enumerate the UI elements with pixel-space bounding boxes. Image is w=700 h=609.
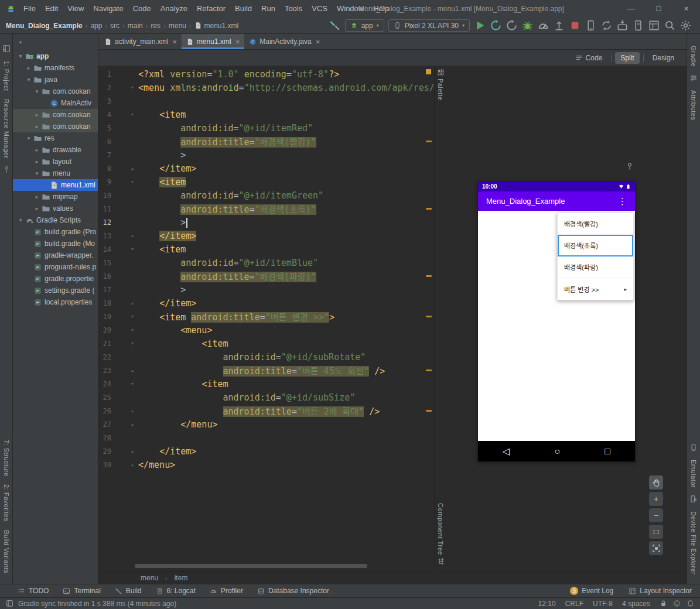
chevron-right-icon[interactable]: ▸ xyxy=(33,112,41,118)
toolwindow-button-event-log[interactable]: 3Event Log xyxy=(570,587,613,595)
menu-code[interactable]: Code xyxy=(128,0,156,18)
fold-marker-icon[interactable]: ▴ xyxy=(127,449,138,454)
horizontal-scrollbar[interactable] xyxy=(135,564,404,568)
sync-project-icon[interactable] xyxy=(600,19,613,32)
view-mode-design[interactable]: Design xyxy=(647,52,679,64)
search-result-marker[interactable] xyxy=(426,141,432,142)
code-line[interactable]: 18▴ </item> xyxy=(98,296,434,310)
code-line[interactable]: 5 android:id="@+id/itemRed" xyxy=(98,121,434,135)
toolwindow-7-structure[interactable]: 7: Structure xyxy=(3,440,10,477)
breadcrumb-main[interactable]: main xyxy=(128,22,143,30)
fold-marker-icon[interactable]: ▴ xyxy=(127,462,138,467)
tree-item-mainactiv[interactable]: CMainActiv xyxy=(13,97,98,109)
toolwindow-button-layout-inspector[interactable]: Layout Inspector xyxy=(629,587,692,595)
stop-icon[interactable] xyxy=(569,19,581,32)
code-line[interactable]: 13▴ </item> xyxy=(98,229,434,242)
code-line[interactable]: 30▴</menu> xyxy=(98,458,434,471)
scrollbar-thumb[interactable] xyxy=(135,564,367,568)
menu-view[interactable]: View xyxy=(63,0,88,18)
menu-tools[interactable]: Tools xyxy=(280,0,307,18)
build-hammer-icon[interactable] xyxy=(329,19,341,32)
code-line[interactable]: 8▴ </item> xyxy=(98,162,434,175)
toolwindow-1-project[interactable]: 1: Project xyxy=(3,61,10,91)
chevron-right-icon[interactable]: ▸ xyxy=(33,159,41,165)
tree-item-mipmap[interactable]: ▸mipmap xyxy=(13,191,98,203)
code-line[interactable]: 6 android:title="배경색(빨강)" xyxy=(98,135,434,148)
code-line[interactable]: 23▴ android:title="버튼 45도 회전" /> xyxy=(98,364,434,377)
preview-menu-item[interactable]: 배경색(파랑) xyxy=(558,256,633,278)
code-line[interactable]: 28 xyxy=(98,431,434,444)
chevron-down-icon[interactable]: ▾ xyxy=(25,77,33,83)
run-config-dropdown[interactable]: app ▾ xyxy=(345,19,384,32)
search-result-marker[interactable] xyxy=(426,316,432,317)
code-line[interactable]: 11 android:title="배경색(초록)" xyxy=(98,202,434,215)
sdk-manager-icon[interactable] xyxy=(616,19,629,32)
overflow-menu-icon[interactable]: ⋮ xyxy=(618,196,627,207)
tree-item-java[interactable]: ▾java xyxy=(13,74,98,85)
run-icon[interactable] xyxy=(474,19,486,32)
toolwindows-toggle-icon[interactable] xyxy=(6,600,13,607)
code-line[interactable]: 12 > xyxy=(98,215,434,229)
fold-marker-icon[interactable]: ▴ xyxy=(127,166,138,171)
chevron-down-icon[interactable]: ▾ xyxy=(16,217,25,223)
minimize-button[interactable]: — xyxy=(617,0,645,18)
toolwindow-resource-manager[interactable]: Resource Manager xyxy=(3,99,10,159)
design-surface[interactable]: Palette Component Tree 10:00 xyxy=(434,66,687,571)
close-tab-icon[interactable]: × xyxy=(316,37,320,46)
chevron-down-icon[interactable]: ▾ xyxy=(33,88,41,94)
fold-marker-icon[interactable]: ▴ xyxy=(127,300,138,306)
search-result-marker[interactable] xyxy=(426,208,432,210)
tree-item-proguard-rules-p[interactable]: proguard-rules.p xyxy=(13,261,98,273)
menu-navigate[interactable]: Navigate xyxy=(88,0,128,18)
android-view-icon[interactable]: ▾ xyxy=(18,40,22,45)
chevron-right-icon[interactable]: ▸ xyxy=(33,194,41,200)
code-line[interactable]: 19▾ <item android:title="버튼 변경 >>"> xyxy=(98,310,434,323)
menu-analyze[interactable]: Analyze xyxy=(156,0,192,18)
tab-mainactivity-java[interactable]: CMainActivity.java× xyxy=(244,34,325,49)
search-result-marker[interactable] xyxy=(426,275,432,277)
zoom-out-button[interactable]: − xyxy=(649,508,663,522)
code-line[interactable]: 9▾ <item xyxy=(98,175,434,189)
toolwindow-button-profiler[interactable]: Profiler xyxy=(210,587,243,595)
fold-marker-icon[interactable]: ▾ xyxy=(127,247,138,252)
tree-item-menu1-xml[interactable]: menu1.xml xyxy=(13,179,98,191)
chevron-right-icon[interactable]: ▸ xyxy=(33,124,41,129)
tab-activity-main-xml[interactable]: activity_main.xml× xyxy=(100,34,182,49)
code-line[interactable]: 21▾ <item xyxy=(98,337,434,350)
code-line[interactable]: 20▾ <menu> xyxy=(98,323,434,337)
code-line[interactable]: 3 xyxy=(98,94,434,108)
tree-item-local-properties[interactable]: local.properties xyxy=(13,296,98,308)
search-icon[interactable] xyxy=(664,19,676,32)
apply-code-changes-icon[interactable] xyxy=(506,19,518,32)
view-mode-code[interactable]: Code xyxy=(570,52,608,64)
face-icon[interactable] xyxy=(673,600,681,607)
chevron-down-icon[interactable]: ▾ xyxy=(16,53,25,59)
editor-breadcrumb-menu[interactable]: menu xyxy=(141,574,158,582)
fold-marker-icon[interactable]: ▾ xyxy=(127,327,138,333)
profile-icon[interactable] xyxy=(537,19,549,32)
fold-marker-icon[interactable]: ▾ xyxy=(127,381,138,386)
avd-manager-icon[interactable] xyxy=(632,19,644,32)
fold-marker-icon[interactable]: ▴ xyxy=(127,368,138,373)
chevron-right-icon[interactable]: ▸ xyxy=(33,147,41,153)
search-result-marker[interactable] xyxy=(426,410,432,412)
toolwindow-gradle[interactable]: Gradle xyxy=(690,46,697,67)
component-tree-tab[interactable]: Component Tree xyxy=(435,503,446,565)
tree-item-values[interactable]: ▸values xyxy=(13,203,98,214)
search-result-marker[interactable] xyxy=(426,369,432,371)
inspection-indicator[interactable] xyxy=(426,69,431,74)
breadcrumb-menu1-xml[interactable]: menu1.xml xyxy=(194,22,239,30)
code-line[interactable]: 10 android:id="@+id/itemGreen" xyxy=(98,189,434,202)
code-line[interactable]: 26▴ android:title="버튼 2배 확대" /> xyxy=(98,404,434,418)
layout-inspector-tool-icon[interactable] xyxy=(648,19,660,32)
toolwindow-button-database-inspector[interactable]: Database Inspector xyxy=(257,587,329,595)
tree-item-manifests[interactable]: ▸manifests xyxy=(13,62,98,74)
toolwindow-2-favorites[interactable]: 2: Favorites xyxy=(3,484,10,521)
chevron-down-icon[interactable]: ▾ xyxy=(25,135,33,141)
tree-item-build-gradle-pro[interactable]: build.gradle (Pro xyxy=(13,226,98,238)
apply-changes-icon[interactable] xyxy=(490,19,502,32)
zoom-fit-button[interactable] xyxy=(649,541,663,555)
code-line[interactable]: 22 android:id="@+id/subRotate" xyxy=(98,350,434,364)
toolwindow-device-file-explorer[interactable]: Device File Explorer xyxy=(690,511,697,574)
menu-refactor[interactable]: Refactor xyxy=(192,0,230,18)
